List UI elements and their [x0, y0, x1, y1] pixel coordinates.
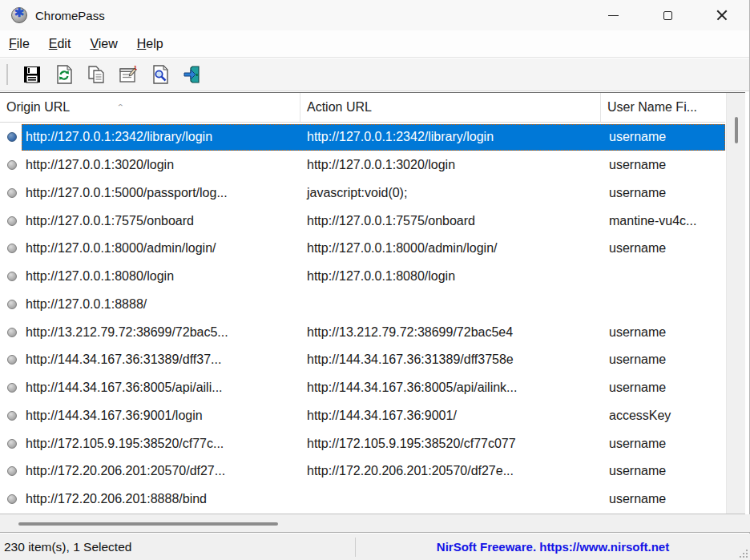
password-entry-icon	[7, 411, 17, 421]
cell-origin: http://127.0.0.1:7575/onboard	[22, 214, 300, 228]
minimize-button[interactable]	[586, 0, 640, 30]
cell-action: http://127.0.0.1:8080/login	[300, 269, 601, 284]
column-header-label: Origin URL	[6, 100, 70, 115]
table-row[interactable]: http://144.34.167.36:8005/api/aili...htt…	[0, 374, 725, 402]
table-row[interactable]: http://127.0.0.1:3020/loginhttp://127.0.…	[0, 151, 725, 179]
column-header-label: User Name Fi...	[607, 100, 697, 115]
exit-icon	[182, 64, 203, 85]
table-row[interactable]: http://144.34.167.36:31389/dff37...http:…	[0, 346, 725, 374]
window-title: ChromePass	[35, 9, 105, 22]
table-row[interactable]: http://13.212.79.72:38699/72bac5...http:…	[0, 318, 725, 346]
cell-action: http://144.34.167.36:8005/api/ailink...	[300, 381, 601, 395]
menu-edit[interactable]: Edit	[42, 34, 79, 54]
cell-action: http://13.212.79.72:38699/72bac5e4	[300, 325, 601, 340]
cell-origin: http://144.34.167.36:9001/login	[22, 409, 300, 423]
table-row[interactable]: http://172.105.9.195:38520/cf77c...http:…	[0, 429, 725, 457]
refresh-icon	[54, 64, 75, 85]
cell-action: http://172.20.206.201:20570/df27e...	[300, 464, 601, 478]
table-row[interactable]: http://127.0.0.1:8080/loginhttp://127.0.…	[0, 263, 725, 291]
cell-origin: http://127.0.0.1:2342/library/login	[22, 130, 300, 144]
password-entry-icon	[7, 355, 17, 365]
copy-icon	[86, 64, 107, 85]
cell-origin: http://127.0.0.1:8000/admin/login/	[22, 241, 300, 256]
maximize-icon	[663, 11, 672, 20]
titlebar: ✱ ChromePass	[0, 0, 749, 30]
horizontal-scrollbar[interactable]	[0, 514, 750, 533]
cell-action: javascript:void(0);	[300, 186, 601, 200]
table-row[interactable]: http://127.0.0.1:7575/onboardhttp://127.…	[0, 207, 725, 235]
chromepass-window: ✱ ChromePass File Edit View Help	[0, 0, 750, 560]
column-header-action-url[interactable]: Action URL	[300, 93, 601, 122]
password-entry-icon	[7, 328, 17, 337]
table-row[interactable]: http://172.20.206.201:20570/df27...http:…	[0, 457, 725, 485]
toolbar-gripper	[6, 64, 8, 85]
horizontal-scrollbar-thumb[interactable]	[18, 522, 278, 526]
maximize-button[interactable]	[640, 0, 695, 30]
app-icon: ✱	[10, 6, 28, 24]
copy-button[interactable]	[80, 61, 112, 88]
status-item-count: 230 item(s), 1 Selected	[0, 540, 355, 554]
cell-user: mantine-vu4c...	[601, 214, 725, 228]
cell-user: username	[601, 437, 725, 451]
refresh-button[interactable]	[48, 61, 80, 88]
nirsoft-link[interactable]: NirSoft Freeware. https://www.nirsoft.ne…	[356, 540, 750, 554]
cell-origin: http://144.34.167.36:8005/api/aili...	[22, 381, 300, 395]
cell-user: username	[601, 353, 725, 367]
table-row[interactable]: http://127.0.0.1:8888/	[0, 291, 725, 319]
password-entry-icon	[7, 300, 17, 309]
vertical-scrollbar-thumb[interactable]	[735, 117, 738, 143]
table-row[interactable]: http://144.34.167.36:9001/loginhttp://14…	[0, 402, 725, 430]
sort-ascending-icon: ⌃	[116, 103, 124, 111]
table-rows: http://127.0.0.1:2342/library/loginhttp:…	[0, 123, 725, 514]
save-button[interactable]	[16, 61, 48, 88]
toolbar: 1	[0, 58, 749, 91]
cell-action: http://127.0.0.1:8000/admin/login/	[300, 241, 601, 256]
password-list: Origin URL ⌃ Action URL User Name Fi... …	[0, 92, 745, 514]
menu-file[interactable]: File	[2, 34, 37, 54]
svg-text:1: 1	[134, 65, 137, 71]
list-header: Origin URL ⌃ Action URL User Name Fi...	[0, 93, 725, 123]
cell-user: username	[601, 241, 725, 256]
menu-help[interactable]: Help	[130, 34, 171, 54]
cell-user: username	[601, 130, 725, 144]
menubar: File Edit View Help	[0, 30, 749, 58]
password-entry-icon	[7, 383, 17, 393]
close-icon	[716, 10, 728, 21]
password-entry-icon	[7, 244, 17, 253]
cell-user: username	[601, 325, 725, 340]
properties-button[interactable]: 1	[112, 61, 144, 88]
table-row[interactable]: http://127.0.0.1:5000/passport/log...jav…	[0, 179, 725, 207]
cell-user: accessKey	[601, 409, 725, 423]
cell-action: http://127.0.0.1:2342/library/login	[300, 130, 601, 144]
resize-grip[interactable]	[738, 548, 748, 558]
statusbar: 230 item(s), 1 Selected NirSoft Freeware…	[0, 534, 750, 560]
cell-origin: http://127.0.0.1:8888/	[22, 297, 300, 312]
password-entry-icon	[7, 466, 17, 476]
table-row[interactable]: http://127.0.0.1:2342/library/loginhttp:…	[0, 123, 725, 151]
password-entry-icon	[7, 439, 17, 449]
cell-action: http://127.0.0.1:3020/login	[300, 158, 601, 172]
window-controls	[586, 0, 749, 30]
save-icon	[22, 64, 42, 85]
properties-icon: 1	[118, 64, 139, 85]
minimize-icon	[608, 15, 619, 16]
vertical-scrollbar[interactable]	[726, 93, 745, 514]
cell-origin: http://127.0.0.1:5000/passport/log...	[22, 186, 300, 200]
cell-origin: http://172.20.206.201:8888/bind	[22, 492, 300, 506]
table-row[interactable]: http://172.20.206.201:8888/bindusername	[0, 485, 725, 514]
table-row[interactable]: http://127.0.0.1:8000/admin/login/http:/…	[0, 235, 725, 263]
column-header-origin-url[interactable]: Origin URL ⌃	[0, 93, 300, 122]
cell-origin: http://127.0.0.1:3020/login	[22, 158, 300, 172]
exit-button[interactable]	[176, 61, 208, 88]
cell-user: username	[601, 492, 725, 506]
password-entry-icon	[7, 188, 17, 198]
column-header-user-name-field[interactable]: User Name Fi...	[601, 93, 725, 122]
close-button[interactable]	[695, 0, 749, 30]
find-button[interactable]	[144, 61, 176, 88]
cell-action: http://172.105.9.195:38520/cf77c077	[300, 437, 601, 451]
cell-user: username	[601, 464, 725, 478]
password-entry-icon	[7, 132, 17, 142]
cell-origin: http://144.34.167.36:31389/dff37...	[22, 353, 300, 367]
password-entry-icon	[7, 272, 17, 281]
menu-view[interactable]: View	[83, 34, 124, 54]
